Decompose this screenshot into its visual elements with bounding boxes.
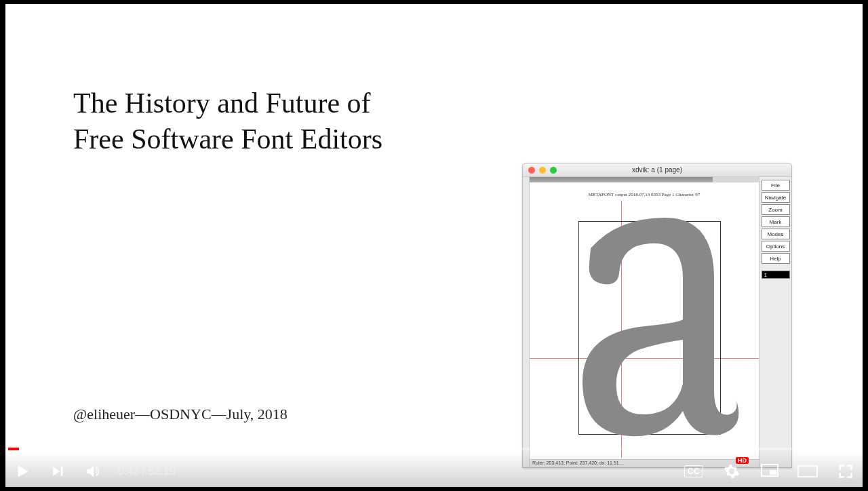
svg-rect-1 [770,470,776,475]
slide-byline: @eliheuer—OSDNYC—July, 2018 [73,406,288,423]
xdvi-meta-text: METAFONT output 2018.07.13 0353 Page 1 C… [530,192,759,197]
volume-icon [84,463,102,480]
play-button[interactable] [12,461,33,482]
xdvi-page-thumb[interactable]: 1 [762,271,790,279]
hd-badge: HD [736,457,749,464]
theater-button[interactable] [797,461,818,482]
xdvi-titlebar[interactable]: xdvik: a (1 page) [523,163,791,177]
time-display: 0:43 / 53:19 [118,465,176,477]
window-maximize-icon[interactable] [550,167,557,174]
next-button[interactable] [47,461,68,482]
window-close-icon[interactable] [528,167,535,174]
xdvi-body: METAFONT output 2018.07.13 0353 Page 1 C… [523,177,791,467]
xdvi-drawing-area [530,201,759,458]
duration: 53:19 [148,465,175,477]
fullscreen-button[interactable] [835,461,856,482]
xdvi-sidebar: File Navigate Zoom Mark Modes Options He… [759,177,791,467]
miniplayer-icon [761,464,778,479]
play-icon [14,463,31,480]
xdvi-modes-button[interactable]: Modes [762,229,790,239]
settings-button[interactable]: HD [722,461,742,482]
xdvi-window-title: xdvik: a (1 page) [523,166,791,174]
time-separator: / [139,465,148,477]
xdvi-mark-button[interactable]: Mark [762,216,790,227]
next-icon [50,463,66,479]
video-played [8,448,19,450]
fullscreen-icon [837,463,854,480]
window-minimize-icon[interactable] [539,167,546,174]
xdvi-file-button[interactable]: File [762,180,790,191]
video-buffered [19,448,36,450]
svg-rect-2 [798,466,817,477]
glyph-letter-a [564,211,740,441]
title-line-2: Free Software Font Editors [73,121,382,157]
captions-button[interactable]: CC [684,461,704,482]
window-traffic-lights [528,167,557,174]
controls-right: CC HD [684,461,856,482]
title-line-1: The History and Future of [73,85,382,121]
miniplayer-button[interactable] [760,461,780,482]
video-controls: 0:43 / 53:19 CC HD [0,452,868,491]
xdvi-navigate-button[interactable]: Navigate [762,192,790,203]
volume-button[interactable] [83,461,103,482]
video-frame: The History and Future of Free Software … [5,4,863,487]
xdvi-zoom-button[interactable]: Zoom [762,204,790,215]
xdvi-left-gutter [523,177,530,467]
xdvi-options-button[interactable]: Options [762,241,790,252]
controls-left: 0:43 / 53:19 [12,461,176,482]
current-time: 0:43 [118,465,139,477]
xdvi-canvas[interactable]: METAFONT output 2018.07.13 0353 Page 1 C… [530,177,759,467]
video-progress-bar[interactable] [8,448,860,450]
gear-icon [724,463,740,479]
xdvi-help-button[interactable]: Help [762,253,790,264]
xdvi-top-bar-light [713,177,759,182]
slide-title: The History and Future of Free Software … [73,85,382,157]
theater-icon [797,464,818,479]
xdvi-window: xdvik: a (1 page) METAFONT output 2018.0… [522,163,792,468]
cc-icon: CC [684,465,703,477]
